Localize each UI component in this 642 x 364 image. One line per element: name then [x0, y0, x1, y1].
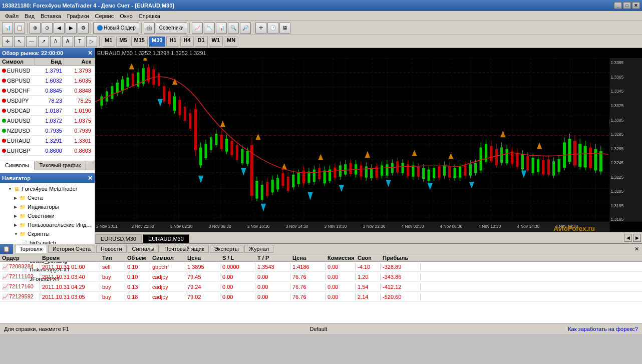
trend-tool[interactable]: ↗ — [38, 36, 49, 47]
ttab-news[interactable]: Новости — [96, 245, 127, 253]
minimize-button[interactable]: _ — [614, 2, 622, 9]
chart-tab-eurusd[interactable]: EURUSD,M30 — [95, 234, 142, 243]
expert-icon[interactable]: 🤖 — [144, 23, 155, 34]
clock-btn[interactable]: 🕐 — [267, 23, 278, 34]
list-item[interactable]: AUDUSD 1.0372 1.0375 — [0, 116, 95, 126]
channel-tool[interactable]: /\ — [50, 36, 61, 47]
list-item[interactable]: EURUSD 1.3791 1.3793 — [0, 66, 95, 76]
menu-charts[interactable]: Графики — [64, 13, 92, 20]
indicator-btn4[interactable]: 🔍 — [228, 23, 239, 34]
tab-tick[interactable]: Тиковый график — [35, 161, 87, 170]
advisors-btn[interactable]: Советники — [156, 23, 187, 34]
indicator-btn2[interactable]: 📉 — [204, 23, 215, 34]
indicator-btn3[interactable]: 📊 — [216, 23, 227, 34]
crosshair-tool[interactable]: ✛ — [2, 36, 13, 47]
th-time: Время — [40, 254, 100, 261]
nav-item-indicators[interactable]: ▶ 📁 Индикаторы — [0, 202, 95, 211]
menu-insert[interactable]: Вставка — [38, 13, 64, 20]
list-item[interactable]: EURAUD 1.3291 1.3301 — [0, 136, 95, 146]
table-row[interactable]: 📈72083284 2011.10.31 01:00 sell 0.10 gbp… — [0, 262, 642, 272]
text-tool[interactable]: A — [62, 36, 73, 47]
th-sym: Символ — [150, 254, 185, 261]
menu-view[interactable]: Вид — [22, 13, 38, 20]
tf-m1[interactable]: M1 — [102, 37, 115, 47]
ttab-history[interactable]: История Счета — [48, 245, 95, 253]
templates-btn[interactable]: 📋 — [14, 23, 25, 34]
sep4 — [189, 23, 190, 33]
label-tool[interactable]: T — [74, 36, 85, 47]
ttab-trading[interactable]: Торговля — [15, 245, 47, 253]
list-item[interactable]: USDCHF 0.8845 0.8848 — [0, 86, 95, 96]
list-item[interactable]: USDCAD 1.0187 1.0190 — [0, 106, 95, 116]
table-row[interactable]: 📈72129592 2011.10.31 03:05 buy 0.18 cadj… — [0, 292, 642, 302]
scroll-right-tab[interactable]: ▶ — [633, 234, 641, 242]
tf-w1[interactable]: W1 — [209, 37, 223, 47]
indicator-btn1[interactable]: 📈 — [192, 23, 203, 34]
menu-window[interactable]: Окно — [117, 13, 136, 20]
ttab-mailbox[interactable]: Почтовый ящик — [160, 245, 208, 253]
cell-time: 2011.10.31 01:00 — [40, 263, 100, 270]
tf-d1[interactable]: D1 — [195, 37, 208, 47]
tf-m30[interactable]: M30 — [149, 37, 165, 47]
dot-icon — [2, 89, 6, 93]
arrow-tool[interactable]: ↖ — [14, 36, 25, 47]
nav-item-advisors[interactable]: ▶ 📁 Советники — [0, 211, 95, 220]
market-watch-title: Обзор рынка: 22:00:00 — [2, 50, 63, 56]
chart-canvas[interactable]: 1.3385 1.3365 1.3345 1.3325 1.3305 1.328… — [95, 58, 642, 232]
hline-tool[interactable]: — — [26, 36, 37, 47]
nav-item-custom-ind[interactable]: ▶ 📁 Пользовательские Инд... — [0, 220, 95, 229]
terminal-close[interactable]: ✕ — [631, 245, 642, 253]
ttab-experts[interactable]: Эксперты — [210, 245, 243, 253]
chart-tab-euraud[interactable]: EURAUD,M30 — [143, 234, 189, 243]
tf-m15[interactable]: M15 — [131, 37, 148, 47]
scroll-left-btn[interactable]: ◀ — [54, 23, 65, 34]
table-row[interactable]: 📈72117160 2011.10.31 04:29 buy 0.13 cadj… — [0, 282, 642, 292]
nav-item-root[interactable]: ▼ 🖥 Forex4you MetaTrader — [0, 184, 95, 193]
expand-icon: ▶ — [14, 205, 19, 209]
col-ask: Аск — [64, 58, 93, 65]
tf-h1[interactable]: H1 — [166, 37, 179, 47]
cell-vol: 0.18 — [125, 293, 150, 300]
menu-service[interactable]: Сервис — [92, 13, 117, 20]
zoom-out-btn[interactable]: ⊙ — [42, 23, 53, 34]
th-price: Цена — [185, 254, 220, 261]
cell-profit: -412.12 — [381, 283, 421, 290]
status-left: Для справки, нажмите F1 — [4, 326, 69, 332]
new-chart-btn[interactable]: 📊 — [2, 23, 13, 34]
cell-swap: 1.20 — [356, 273, 381, 280]
scroll-right-btn[interactable]: ▶ — [66, 23, 77, 34]
tf-m5[interactable]: M5 — [116, 37, 130, 47]
nav-item-scripts[interactable]: ▼ 📁 Скрипты — [0, 229, 95, 238]
new-order-icon: 🔵 — [97, 25, 103, 31]
menu-help[interactable]: Справка — [136, 13, 163, 20]
scroll-left-tab[interactable]: ◀ — [624, 234, 632, 242]
menu-file[interactable]: Файл — [2, 13, 22, 20]
navigator-close[interactable]: ✕ — [88, 175, 93, 182]
tab-symbols[interactable]: Символы — [0, 161, 35, 170]
tf-mn[interactable]: MN — [224, 37, 238, 47]
zoom-btn[interactable]: 🔎 — [240, 23, 251, 34]
crosshair-btn[interactable]: ✛ — [255, 23, 266, 34]
ttab-journal[interactable]: Журнал — [244, 245, 273, 253]
list-item[interactable]: NZDUSD 0.7935 0.7939 — [0, 126, 95, 136]
list-item[interactable]: USDJPY 78.23 78.25 — [0, 96, 95, 106]
cell-order: 📈72111102 — [0, 273, 40, 280]
cell-comm: 0.00 — [326, 273, 356, 280]
market-watch-close[interactable]: ✕ — [88, 50, 93, 57]
close-button[interactable]: ✕ — [632, 2, 640, 9]
table-row[interactable]: 📈72111102 2011.10.31 03:40 buy 0.10 cadj… — [0, 272, 642, 282]
tf-h4[interactable]: H4 — [180, 37, 193, 47]
cell-vol: 0.10 — [125, 263, 150, 270]
display-btn[interactable]: 🖥 — [279, 23, 290, 34]
zoom-in-btn[interactable]: ⊕ — [30, 23, 41, 34]
cell-cp: 1.4186 — [290, 263, 326, 270]
arrow2-tool[interactable]: ▷ — [86, 36, 97, 47]
ttab-signals[interactable]: Сигналы — [128, 245, 159, 253]
maximize-button[interactable]: □ — [623, 2, 631, 9]
list-item[interactable]: GBPUSD 1.6032 1.6035 — [0, 76, 95, 86]
nav-item-accounts[interactable]: ▶ 📁 Счета — [0, 193, 95, 202]
properties-btn[interactable]: ⚙ — [78, 23, 89, 34]
toolbar-2: ✛ ↖ — ↗ /\ A T ▷ M1 M5 M15 M30 H1 H4 D1 … — [0, 35, 642, 48]
new-order-btn[interactable]: 🔵 Новый Ордер — [93, 23, 139, 34]
list-item[interactable]: EURGBP 0.8600 0.8603 — [0, 146, 95, 156]
